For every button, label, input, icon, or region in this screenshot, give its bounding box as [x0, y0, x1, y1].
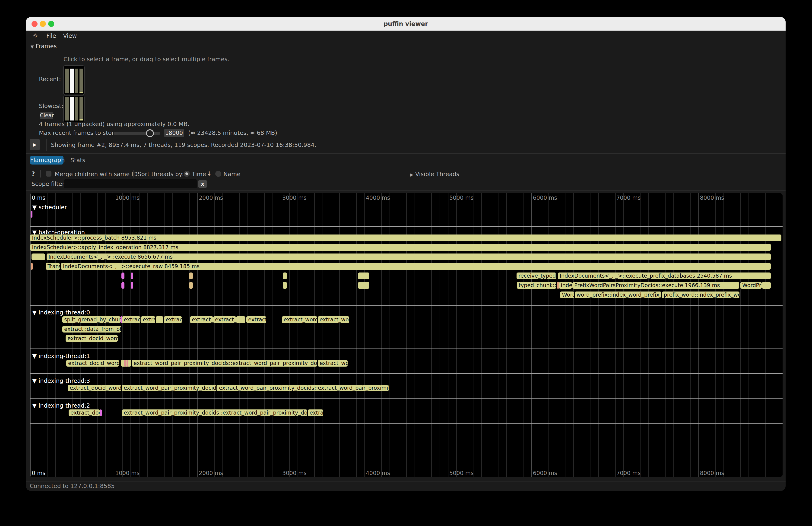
flame-bar[interactable]: WordPr	[740, 282, 762, 289]
flame-bar[interactable]	[762, 282, 771, 289]
sort-name-label[interactable]: Name	[223, 171, 241, 177]
flame-bar[interactable]	[236, 316, 245, 323]
flame-bar[interactable]: extract_wo	[318, 316, 349, 323]
flame-bar[interactable]: word_prefix::index_word_prefix_	[575, 292, 662, 298]
frame-bar[interactable]	[75, 97, 78, 120]
slowest-label: Slowest:	[39, 103, 63, 109]
tab-stats[interactable]: Stats	[70, 157, 85, 164]
thread-section-label[interactable]: ▼ indexing-thread:1	[32, 353, 90, 360]
flame-bar[interactable]: extract_docid_word	[66, 335, 118, 342]
sort-time-label[interactable]: Time	[192, 171, 206, 177]
flame-bar[interactable]: extract_word_pair_proximity_docids::extr…	[132, 360, 317, 367]
flame-bar[interactable]	[100, 409, 102, 416]
flame-bar[interactable]: extract	[122, 316, 141, 323]
flame-bar[interactable]: prefix_word::index_prefix_wo	[662, 292, 739, 298]
divider	[26, 154, 786, 154]
flame-bar[interactable]: extract_word_pair_proximity_docids::extr…	[122, 409, 307, 416]
frame-bar[interactable]	[75, 69, 78, 93]
axis-tick-label: 5000 ms	[449, 470, 474, 477]
sort-time-radio[interactable]	[184, 171, 190, 177]
flame-bar[interactable]: IndexDocuments<_, _>::execute 8656.677 m…	[47, 253, 771, 260]
flame-bar[interactable]: IndexDocuments<_, _>::execute_prefix_dat…	[558, 273, 771, 279]
flame-bar[interactable]	[124, 360, 126, 367]
axis-tick-label: 3000 ms	[282, 195, 307, 201]
flame-bar[interactable]: IndexScheduler>::process_batch 8953.821 …	[30, 234, 781, 241]
menu-file[interactable]: File	[46, 32, 56, 39]
flame-bar[interactable]	[31, 211, 32, 218]
axis-tick-label: 4000 ms	[366, 470, 390, 477]
flame-bar[interactable]: PrefixWordPairsProximityDocids::execute …	[572, 282, 739, 289]
help-button[interactable]: ?	[31, 171, 35, 177]
flame-bar[interactable]	[31, 263, 33, 270]
flame-bar[interactable]: extrac	[308, 409, 323, 416]
frame-bar[interactable]	[65, 69, 69, 93]
frames-section-header[interactable]: ▼ Frames	[31, 43, 57, 50]
flame-bar[interactable]	[358, 273, 369, 279]
thread-section-label[interactable]: ▼ indexing-thread:2	[32, 402, 90, 409]
flamegraph-canvas[interactable]: 0 ms0 ms1000 ms1000 ms2000 ms2000 ms3000…	[30, 193, 783, 477]
flame-bar[interactable]: split_grenad_by_chun	[62, 316, 120, 323]
frame-bar[interactable]	[70, 97, 74, 120]
flame-bar[interactable]: typed_chunk::w	[517, 282, 556, 289]
sort-name-radio[interactable]	[215, 171, 221, 177]
titlebar[interactable]: puffin viewer	[26, 17, 786, 31]
merge-children-checkbox[interactable]	[46, 171, 52, 177]
flame-bar[interactable]: extrac	[164, 316, 182, 323]
thread-section-label[interactable]: ▼ indexing-thread:0	[32, 309, 90, 316]
flame-bar[interactable]: receive_typed_	[517, 273, 556, 279]
thread-section-label[interactable]: ▼ scheduler	[32, 204, 67, 210]
max-frames-value[interactable]: 18000	[164, 129, 184, 137]
frame-bar[interactable]	[65, 97, 69, 120]
flame-bar[interactable]: Trans	[46, 263, 60, 270]
frame-bar[interactable]	[79, 69, 83, 93]
axis-tick-label: 1000 ms	[115, 195, 140, 201]
flame-bar[interactable]	[557, 282, 559, 289]
tab-flamegraph[interactable]: Flamegraph	[30, 156, 63, 164]
theme-toggle-icon[interactable]: ☼	[32, 32, 38, 39]
play-button[interactable]: ▶	[30, 139, 40, 150]
flame-bar[interactable]: extract::data_from_ob	[62, 326, 121, 333]
axis-tick-label: 7000 ms	[617, 195, 641, 201]
frame-bar[interactable]	[70, 69, 74, 93]
flame-bar[interactable]: extra	[141, 316, 155, 323]
flame-bar[interactable]	[127, 360, 128, 367]
recent-frames-thumbnail[interactable]	[63, 65, 85, 95]
menu-view[interactable]: View	[63, 32, 77, 39]
flame-bar[interactable]: extract_doc	[69, 409, 100, 416]
flame-bar[interactable]: extract_word_pair_proximity_docids::extr…	[217, 385, 389, 391]
flame-bar[interactable]	[131, 273, 133, 279]
flame-bar[interactable]	[283, 273, 287, 279]
flame-bar[interactable]: extract_word_pair_proximity_docids	[122, 385, 216, 391]
flame-bar[interactable]	[189, 282, 193, 289]
scope-filter-input[interactable]	[64, 179, 197, 188]
flame-bar[interactable]	[358, 282, 369, 289]
visible-threads-header[interactable]: ▶ Visible Threads	[410, 171, 459, 178]
flame-bar[interactable]: extract	[246, 316, 266, 323]
frame-bar[interactable]	[79, 97, 83, 120]
slowest-frames-thumbnail[interactable]	[63, 96, 85, 122]
flame-bar[interactable]: index	[559, 282, 572, 289]
clear-filter-button[interactable]: x	[198, 180, 207, 188]
flame-bar[interactable]	[31, 253, 45, 260]
flame-bar[interactable]: extract_docid_word	[66, 360, 119, 367]
flame-bar[interactable]: IndexScheduler>::apply_index_operation 8…	[30, 244, 771, 251]
flame-bar[interactable]: extract_	[213, 316, 236, 323]
axis-tick-label: 3000 ms	[282, 470, 307, 477]
flame-bar[interactable]: extract_wo	[318, 360, 348, 367]
thread-section-label[interactable]: ▼ indexing-thread:3	[32, 378, 90, 384]
flame-bar[interactable]	[156, 316, 163, 323]
flame-bar[interactable]	[283, 282, 287, 289]
slider-knob[interactable]	[146, 129, 154, 137]
sort-direction-arrow-icon[interactable]: ↓	[207, 171, 212, 177]
flame-bar[interactable]	[121, 273, 125, 279]
flame-bar[interactable]	[189, 273, 193, 279]
flame-bar[interactable]	[121, 282, 125, 289]
clear-button[interactable]: Clear	[40, 112, 53, 119]
flame-bar[interactable]: extract_docid_word	[68, 385, 121, 391]
flame-bar[interactable]: IndexDocuments<_, _>::execute_raw 8459.1…	[61, 263, 771, 270]
flame-bar[interactable]: Word	[560, 292, 574, 298]
flame-bar[interactable]	[131, 282, 133, 289]
flame-bar[interactable]	[121, 360, 131, 367]
flame-bar[interactable]: extract_	[190, 316, 213, 323]
flame-bar[interactable]: extract_word	[282, 316, 317, 323]
